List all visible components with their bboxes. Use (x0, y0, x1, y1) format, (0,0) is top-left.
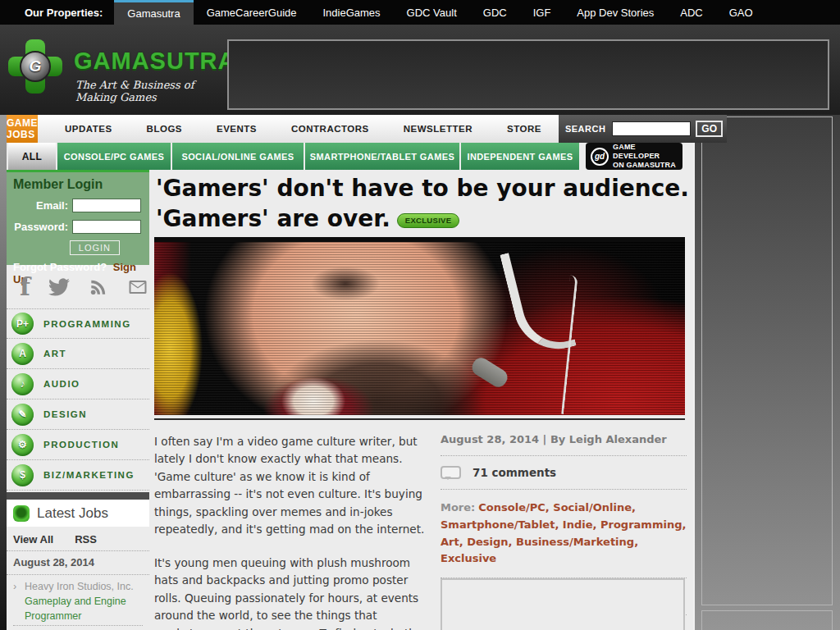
email-field[interactable] (72, 199, 141, 212)
facebook-icon[interactable]: f (20, 275, 30, 299)
sidebar-ad-placeholder (701, 116, 833, 605)
article-title: 'Gamers' don't have to be your audience.… (156, 174, 693, 235)
tag-smartphone-tablet[interactable]: Smartphone/Tablet (441, 518, 563, 531)
biz-marketing-icon: $ (11, 464, 34, 486)
latest-jobs-header: Latest Jobs (7, 500, 149, 527)
chevron-icon: › (13, 579, 16, 594)
article-paragraph-2: It's young men queuing with plush mushro… (154, 555, 430, 630)
category-production[interactable]: ⚙ PRODUCTION (7, 430, 149, 460)
member-login-title: Member Login (13, 177, 143, 192)
category-art[interactable]: A ART (7, 339, 149, 369)
member-login-box: Member Login Email: Password: LOGIN Forg… (7, 170, 149, 265)
article-tags: More:Console/PCSocial/OnlineSmartphone/T… (441, 490, 687, 578)
search-label: SEARCH (565, 124, 605, 134)
game-developer-badge[interactable]: gd GAME DEVELOPERON GAMASUTRA (586, 143, 682, 170)
search-zone: SEARCH GO (559, 115, 727, 143)
password-label: Password: (13, 221, 72, 233)
nav-item-newsletter[interactable]: NEWSLETTER (386, 115, 490, 143)
left-gutter (0, 115, 7, 630)
comments-link[interactable]: 71 comments (472, 466, 556, 479)
tag-indie[interactable]: Indie (563, 518, 600, 531)
twitter-icon[interactable] (47, 276, 71, 298)
nav-item-blogs[interactable]: BLOGS (130, 115, 199, 143)
nav-item-contractors[interactable]: CONTRACTORS (274, 115, 386, 143)
tag-programming[interactable]: Programming (600, 518, 686, 531)
property-tab-igf[interactable]: IGF (520, 0, 564, 25)
property-tab-gamecareerguide[interactable]: GameCareerGuide (194, 0, 310, 25)
audio-icon: ♪ (11, 373, 34, 395)
tab-independent-games[interactable]: INDEPENDENT GAMES (461, 143, 579, 170)
gamasutra-page: Our Properties: Gamasutra GameCareerGuid… (0, 0, 840, 630)
comment-bubble-icon (441, 466, 461, 479)
tag-art[interactable]: Art (441, 536, 467, 548)
gd-monogram-icon: gd (591, 148, 609, 166)
rss-icon[interactable] (88, 276, 109, 298)
tag-exclusive[interactable]: Exclusive (441, 552, 496, 564)
properties-label: Our Properties: (0, 0, 114, 25)
email-label: Email: (13, 199, 72, 212)
password-field[interactable] (72, 220, 141, 234)
latest-jobs-icon (13, 505, 30, 522)
property-tab-adc[interactable]: ADC (667, 0, 715, 25)
sidebar-ad-placeholder-2 (701, 610, 833, 630)
article-photo (154, 237, 685, 415)
right-gutter (693, 115, 840, 630)
tab-social-online-games[interactable]: SOCIAL/ONLINE GAMES (172, 143, 304, 170)
programming-icon: P+ (11, 313, 34, 335)
job-listing: › Heavy Iron Studios, Inc. Gameplay and … (7, 574, 149, 628)
article-ad-placeholder (441, 578, 685, 630)
nav-item-updates[interactable]: UPDATES (48, 115, 130, 143)
view-all-link[interactable]: View All (13, 533, 53, 546)
email-icon[interactable] (126, 277, 150, 297)
property-tab-gamasutra[interactable]: Gamasutra (114, 0, 193, 25)
properties-bar: Our Properties: Gamasutra GameCareerGuid… (0, 0, 840, 25)
jobs-separator (13, 625, 143, 626)
social-icons-row: f (7, 271, 149, 304)
tag-design[interactable]: Design (467, 536, 516, 548)
login-button[interactable]: LOGIN (70, 240, 120, 255)
article-byline: August 28, 2014 | By Leigh Alexander (441, 433, 687, 456)
logo-title: GAMASUTRA (74, 48, 236, 75)
nav-item-store[interactable]: STORE (490, 115, 559, 143)
design-icon: ✎ (11, 404, 34, 426)
logo-tagline: The Art & Business of Making Games (75, 79, 221, 103)
main-nav: GAME JOBS UPDATES BLOGS EVENTS CONTRACTO… (7, 115, 693, 143)
jobs-divider-bar (7, 492, 149, 500)
tag-console-pc[interactable]: Console/PC (478, 501, 553, 514)
category-biz-marketing[interactable]: $ BIZ/MARKETING (7, 460, 149, 491)
tab-all[interactable]: ALL (8, 143, 56, 170)
exclusive-badge[interactable]: EXCLUSIVE (397, 213, 460, 229)
job-company-link[interactable]: Heavy Iron Studios, Inc. (25, 579, 144, 594)
category-list: P+ PROGRAMMING A ART ♪ AUDIO ✎ DESIGN ⚙ … (7, 308, 149, 491)
search-go-button[interactable]: GO (696, 121, 723, 137)
tag-business-marketing[interactable]: Business/Marketing (516, 536, 638, 548)
job-position-link[interactable]: Gameplay and Engine Programmer (25, 594, 144, 623)
latest-jobs-title: Latest Jobs (37, 505, 108, 522)
production-icon: ⚙ (11, 434, 34, 456)
header-ad-placeholder (227, 39, 829, 110)
section-tabs: ALL CONSOLE/PC GAMES SOCIAL/ONLINE GAMES… (7, 143, 693, 170)
tab-console-pc-games[interactable]: CONSOLE/PC GAMES (57, 143, 171, 170)
category-design[interactable]: ✎ DESIGN (7, 399, 149, 430)
article-body: I often say I'm a video game culture wri… (154, 433, 430, 630)
property-tab-app-dev-stories[interactable]: App Dev Stories (564, 0, 667, 25)
dpad-logo-icon: G (8, 39, 62, 94)
category-programming[interactable]: P+ PROGRAMMING (7, 308, 149, 339)
gamasutra-logo[interactable]: G GAMASUTRA The Art & Business of Making… (8, 39, 221, 102)
article-paragraph-1: I often say I'm a video game culture wri… (154, 433, 430, 539)
nav-game-jobs-button[interactable]: GAME JOBS (7, 115, 38, 143)
tab-smartphone-tablet-games[interactable]: SMARTPHONE/TABLET GAMES (305, 143, 459, 170)
more-label: More: (441, 501, 475, 514)
photo-divider (154, 418, 685, 420)
property-tab-gdc[interactable]: GDC (470, 0, 520, 25)
art-icon: A (11, 343, 34, 365)
category-audio[interactable]: ♪ AUDIO (7, 369, 149, 399)
tag-social-online[interactable]: Social/Online (553, 501, 636, 514)
search-input[interactable] (612, 121, 691, 136)
headset-mic-shape (469, 354, 511, 390)
property-tab-gdc-vault[interactable]: GDC Vault (394, 0, 470, 25)
property-tab-gao[interactable]: GAO (716, 0, 766, 25)
property-tab-indiegames[interactable]: IndieGames (310, 0, 394, 25)
jobs-rss-link[interactable]: RSS (75, 533, 97, 546)
nav-item-events[interactable]: EVENTS (199, 115, 274, 143)
